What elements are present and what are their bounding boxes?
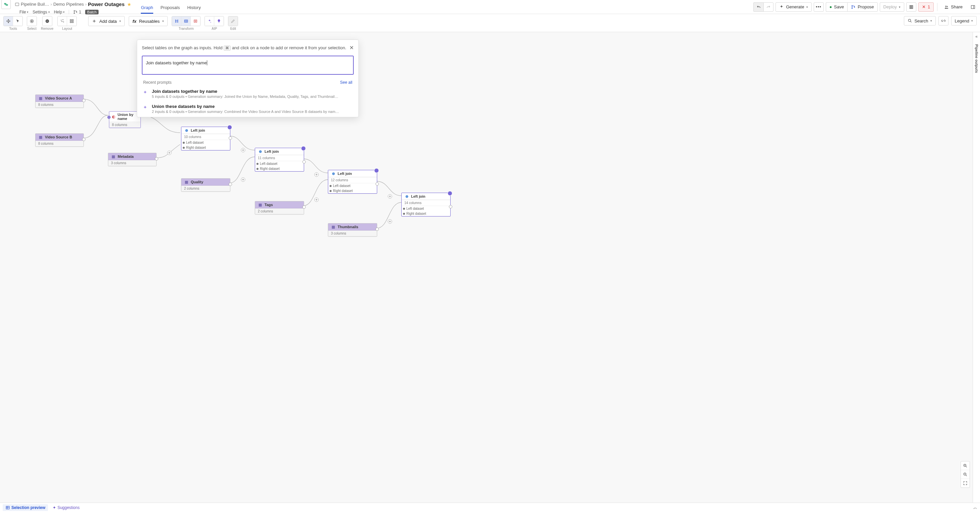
folder-icon [15, 2, 19, 7]
ellipsis-icon: ••• [816, 4, 821, 10]
aip-label: AIP [212, 27, 217, 30]
search-button[interactable]: Search▾ [904, 16, 935, 25]
header-actions: Generate ▾ ••• ●Save Propose Deploy▾ ✕1 … [753, 0, 980, 14]
save-icon: ● [829, 4, 832, 10]
edit-button[interactable] [228, 16, 238, 26]
save-button[interactable]: ●Save [826, 2, 848, 12]
delete-icon [193, 19, 198, 24]
transform-icon [174, 19, 179, 24]
chevron-down-icon: ▾ [899, 5, 900, 9]
propose-button[interactable]: Propose [847, 2, 877, 12]
svg-point-2 [74, 13, 75, 13]
errors-button[interactable]: ✕1 [918, 2, 934, 12]
reusables-button[interactable]: fx Reusables ▾ [129, 16, 168, 26]
tools-group: Tools [3, 16, 23, 30]
page-title[interactable]: Power Outages [88, 2, 124, 7]
grid-icon [69, 19, 74, 24]
tab-history[interactable]: History [187, 5, 200, 14]
transform-3-button[interactable] [191, 16, 200, 26]
app-icon[interactable] [2, 0, 11, 9]
select-button[interactable] [27, 16, 37, 26]
svg-point-6 [854, 6, 855, 7]
aip-sparkle-button[interactable] [205, 16, 214, 26]
chevron-down-icon: ▾ [971, 19, 973, 22]
menu-settings[interactable]: Settings▾ [32, 10, 49, 14]
undo-redo-group [753, 2, 773, 12]
tab-proposals[interactable]: Proposals [161, 5, 180, 14]
tools-label: Tools [9, 27, 17, 30]
share-button[interactable]: Share [941, 2, 966, 12]
svg-rect-0 [16, 3, 19, 5]
menu-bar: File▾ Settings▾ Help▾ 1 Batch [2, 9, 131, 14]
svg-rect-7 [910, 5, 910, 8]
chevron-down-icon: ▾ [27, 10, 29, 14]
chevron-down-icon: ▾ [119, 19, 121, 23]
columns-button[interactable] [906, 2, 916, 12]
breadcrumb-item[interactable]: Pipeline Buil… [21, 2, 49, 7]
chevron-right-icon: › [51, 2, 52, 7]
sparkle-icon [207, 19, 212, 24]
layout-scatter-button[interactable] [58, 16, 67, 26]
legend-button[interactable]: Legend▾ [951, 16, 977, 25]
tab-graph[interactable]: Graph [141, 5, 153, 14]
transform-group: Transform [172, 16, 200, 30]
pointer-icon [16, 19, 20, 24]
redo-button[interactable] [764, 2, 773, 12]
undo-button[interactable] [753, 2, 764, 12]
svg-rect-23 [72, 21, 73, 23]
add-data-button[interactable]: Add data ▾ [88, 16, 125, 26]
svg-point-4 [852, 5, 853, 6]
edit-label: Edit [230, 27, 236, 30]
chevron-right-icon: › [85, 2, 86, 7]
svg-rect-9 [912, 5, 913, 8]
people-icon [944, 5, 949, 10]
menu-help[interactable]: Help▾ [54, 10, 65, 14]
transform-2-button[interactable] [181, 16, 191, 26]
chevron-down-icon: ▾ [162, 19, 164, 23]
remove-label: Remove [41, 27, 53, 30]
link-icon [941, 18, 946, 23]
panel-icon [970, 5, 975, 10]
batch-badge: Batch [85, 10, 99, 14]
aip-lightbulb-button[interactable] [214, 16, 224, 26]
layout-grid-button[interactable] [67, 16, 76, 26]
svg-rect-8 [911, 5, 912, 8]
pointer-tool-button[interactable] [13, 16, 22, 26]
lightbulb-icon [216, 19, 221, 24]
grid-icon [909, 5, 914, 10]
deploy-button: Deploy▾ [880, 2, 904, 12]
svg-rect-20 [70, 19, 72, 21]
toolbar: Tools Select Remove Layout Add data ▾ fx… [0, 14, 980, 32]
svg-rect-22 [70, 21, 72, 23]
star-icon[interactable]: ★ [127, 2, 131, 7]
svg-point-28 [908, 19, 911, 21]
select-label: Select [27, 27, 37, 30]
transform-label: Transform [179, 27, 194, 30]
more-button[interactable]: ••• [814, 2, 824, 12]
breadcrumb-item[interactable]: Demo Pipelines [53, 2, 84, 7]
link-button[interactable] [939, 16, 948, 25]
panel-toggle-button[interactable] [968, 2, 978, 12]
select-group: Select [27, 16, 37, 30]
chevron-down-icon: ▾ [931, 19, 932, 22]
svg-point-15 [31, 21, 32, 22]
remove-button[interactable] [43, 16, 52, 26]
transform-1-button[interactable] [172, 16, 181, 26]
table-icon [184, 19, 188, 24]
svg-point-16 [61, 20, 61, 21]
breadcrumb: Pipeline Buil… › Demo Pipelines › Power … [15, 2, 131, 7]
svg-point-1 [74, 10, 75, 11]
aip-group: AIP [205, 16, 224, 30]
divider [937, 3, 937, 11]
pencil-icon [231, 19, 235, 24]
menu-file[interactable]: File▾ [19, 10, 29, 14]
header-tabs: Graph Proposals History [131, 0, 200, 14]
branch-indicator[interactable]: 1 [73, 10, 81, 14]
svg-point-3 [76, 11, 77, 12]
move-tool-button[interactable] [4, 16, 13, 26]
svg-point-10 [945, 5, 947, 7]
generate-button[interactable]: Generate ▾ [775, 2, 811, 12]
svg-point-11 [947, 6, 948, 7]
edit-group: Edit [228, 16, 238, 30]
chevron-down-icon: ▾ [48, 10, 50, 14]
